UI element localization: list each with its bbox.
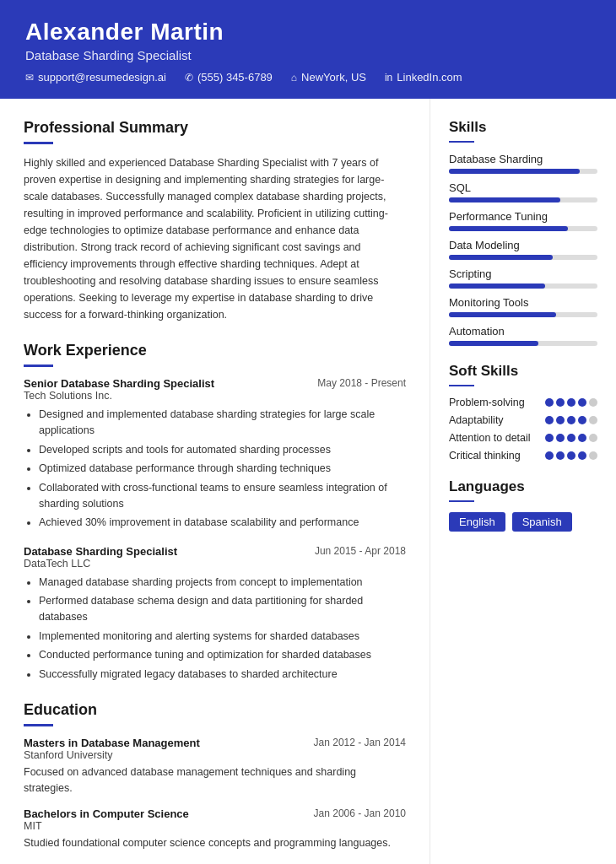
skill-bar-bg [449,312,597,317]
skill-bar-fill [449,312,556,317]
skill-name: Scripting [449,267,597,280]
languages-title: Languages [449,478,597,495]
dots-container [545,398,597,407]
contact-icon: ✆ [185,72,193,84]
edu-container: Masters in Database Management Jan 2012 … [24,737,406,851]
bullet: Designed and implemented database shardi… [39,407,406,440]
bullet: Implemented monitoring and alerting syst… [39,629,406,645]
contact-text: NewYork, US [301,71,366,84]
job-header: Database Sharding Specialist Jun 2015 - … [24,545,406,558]
summary-text: Highly skilled and experienced Database … [24,154,406,323]
skill-bar-fill [449,284,545,289]
dot-empty [589,451,597,460]
skills-title: Skills [449,119,597,136]
skill-name: Data Modeling [449,239,597,251]
edu-item: Masters in Database Management Jan 2012 … [24,737,406,796]
skill-name: Automation [449,325,597,338]
skill-bar-bg [449,169,597,174]
candidate-title: Database Sharding Specialist [25,48,591,62]
dot-filled [545,434,554,442]
contact-item: ⌂NewYork, US [291,71,366,84]
language-badge: English [449,512,505,532]
soft-skill-name: Critical thinking [449,450,521,462]
dot-filled [545,451,554,460]
job-date: May 2018 - Present [317,377,406,389]
dot-empty [589,416,597,424]
job-title: Senior Database Sharding Specialist [24,377,214,390]
edu-desc: Studied foundational computer science co… [24,835,406,851]
skill-item: Scripting [449,267,597,289]
contact-icon: in [385,72,392,84]
contact-icon: ✉ [25,72,34,84]
contact-text: (555) 345-6789 [197,71,273,84]
header: Alexander Martin Database Sharding Speci… [0,0,616,99]
bullet: Performed database schema design and dat… [39,593,406,626]
soft-skill-name: Adaptability [449,414,504,426]
jobs-container: Senior Database Sharding Specialist May … [24,377,406,683]
skill-bar-bg [449,226,597,231]
soft-skill-item: Adaptability [449,414,597,426]
skill-name: Monitoring Tools [449,296,597,309]
candidate-name: Alexander Martin [25,19,591,46]
contact-text: LinkedIn.com [397,71,462,84]
edu-degree: Bachelors in Computer Science [24,807,189,820]
contact-icon: ⌂ [291,72,297,84]
job-item: Senior Database Sharding Specialist May … [24,377,406,532]
work-divider [24,364,53,367]
dot-filled [556,398,565,407]
edu-date: Jan 2012 - Jan 2014 [314,737,406,748]
summary-section: Professional Summary Highly skilled and … [24,119,406,323]
skills-container: Database Sharding SQL Performance Tuning… [449,153,597,346]
summary-divider [24,142,53,144]
job-company: DataTech LLC [24,558,406,570]
soft-skill-item: Problem-solving [449,397,597,408]
skill-bar-fill [449,255,553,260]
skill-item: Data Modeling [449,239,597,260]
skill-bar-fill [449,197,560,202]
skill-bar-bg [449,197,597,202]
skill-item: Performance Tuning [449,210,597,231]
bullet: Achieved 30% improvement in database sca… [39,515,406,531]
skill-item: Database Sharding [449,153,597,174]
dots-container [545,451,597,460]
bullet: Collaborated with cross-functional teams… [39,480,406,513]
soft-skill-item: Critical thinking [449,450,597,462]
job-bullets: Designed and implemented database shardi… [24,407,406,532]
skill-item: SQL [449,181,597,202]
dots-container [545,416,597,424]
soft-skill-name: Problem-solving [449,397,525,408]
dot-filled [578,451,586,460]
soft-skills-divider [449,385,474,386]
skill-name: Performance Tuning [449,210,597,223]
dot-filled [545,398,554,407]
job-date: Jun 2015 - Apr 2018 [315,545,406,557]
skills-section: Skills Database Sharding SQL Performance… [449,119,597,346]
left-column: Professional Summary Highly skilled and … [0,99,430,864]
skill-bar-bg [449,284,597,289]
work-title: Work Experience [24,342,406,359]
dot-filled [567,416,575,424]
job-company: Tech Solutions Inc. [24,390,406,402]
edu-school: Stanford University [24,749,406,761]
dot-filled [556,451,565,460]
skill-bar-fill [449,226,568,231]
edu-date: Jan 2006 - Jan 2010 [314,807,406,819]
bullet: Optimized database performance through s… [39,461,406,477]
body: Professional Summary Highly skilled and … [0,99,616,864]
contact-item: inLinkedIn.com [385,71,462,84]
languages-section: Languages EnglishSpanish [449,478,597,532]
summary-title: Professional Summary [24,119,406,137]
job-item: Database Sharding Specialist Jun 2015 - … [24,545,406,683]
resume-container: Alexander Martin Database Sharding Speci… [0,0,616,864]
skill-item: Automation [449,325,597,346]
edu-desc: Focused on advanced database management … [24,764,406,796]
work-experience-section: Work Experience Senior Database Sharding… [24,342,406,683]
skill-bar-fill [449,169,580,174]
dot-filled [556,416,565,424]
dot-filled [578,398,586,407]
edu-school: MIT [24,820,406,832]
education-section: Education Masters in Database Management… [24,701,406,851]
bullet: Successfully migrated legacy databases t… [39,667,406,683]
skill-item: Monitoring Tools [449,296,597,317]
job-title: Database Sharding Specialist [24,545,177,558]
